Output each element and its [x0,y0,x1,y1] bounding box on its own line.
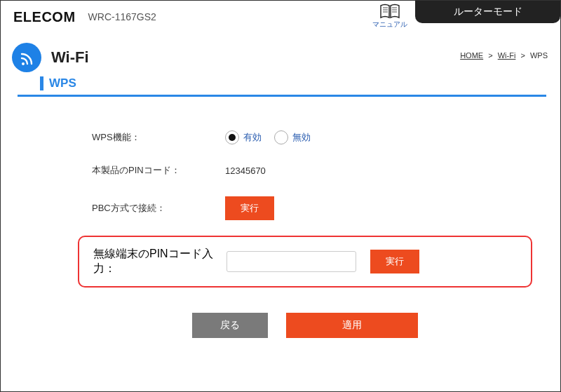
remote-pin-input[interactable] [227,251,356,272]
pbc-label: PBC方式で接続： [92,202,225,215]
pbc-execute-button[interactable]: 実行 [225,196,274,220]
page-title: Wi-Fi [51,48,89,67]
back-button[interactable]: 戻る [192,313,268,338]
manual-link[interactable]: マニュアル [372,4,407,29]
wps-function-label: WPS機能： [92,131,225,144]
model-name: WRC-1167GS2 [88,11,156,22]
breadcrumb-wifi[interactable]: Wi-Fi [498,51,516,60]
breadcrumb-sep: > [520,51,525,60]
mode-badge: ルーターモード [415,1,560,23]
radio-enabled-label[interactable]: 有効 [243,131,262,144]
brand-logo: ELECOM [13,9,76,25]
apply-button[interactable]: 適用 [286,313,418,338]
section-heading: WPS [40,76,536,95]
breadcrumb-home[interactable]: HOME [460,51,483,60]
breadcrumb-sep: > [488,51,492,60]
radio-enabled[interactable] [225,130,239,144]
device-pin-label: 本製品のPINコード： [92,164,225,177]
breadcrumb: HOME > Wi-Fi > WPS [460,51,548,60]
manual-label: マニュアル [372,20,407,29]
breadcrumb-current: WPS [530,51,548,60]
wifi-icon [12,43,41,72]
device-pin-value: 12345670 [225,165,266,176]
remote-pin-execute-button[interactable]: 実行 [370,250,419,273]
remote-pin-label: 無線端末のPINコード入力： [93,247,227,276]
radio-disabled[interactable] [274,130,288,144]
manual-icon [372,4,407,19]
radio-disabled-label[interactable]: 無効 [292,131,311,144]
remote-pin-highlight: 無線端末のPINコード入力： 実行 [78,236,532,288]
